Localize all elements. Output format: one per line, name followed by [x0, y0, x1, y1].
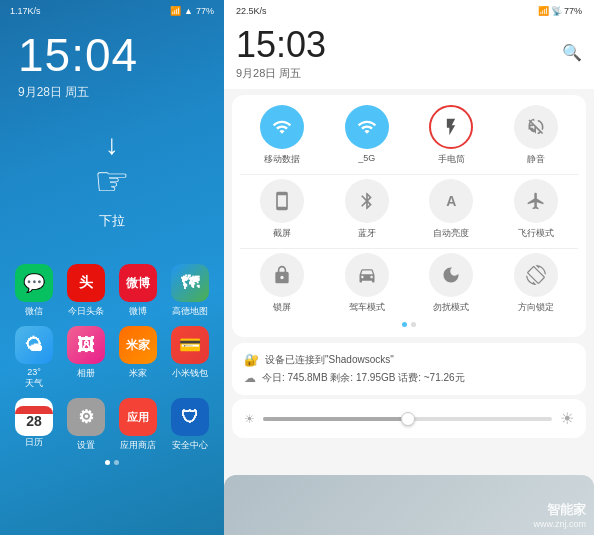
ctrl-auto-brightness[interactable]: A 自动亮度	[417, 179, 485, 240]
right-status-bar: 22.5K/s 📶 📡 77%	[224, 0, 594, 20]
ctrl-dnd[interactable]: 勿扰模式	[417, 253, 485, 314]
search-icon[interactable]: 🔍	[562, 43, 582, 62]
pull-down-label: 下拉	[99, 212, 125, 230]
brightness-low-icon: ☀	[244, 412, 255, 426]
app-weibo[interactable]: 微博 微博	[115, 264, 161, 318]
left-status-right: 📶 ▲ 77%	[170, 6, 214, 16]
status-icons: 📶 📡 77%	[538, 6, 582, 16]
wifi-5g-icon	[345, 105, 389, 149]
dot-indicator	[8, 460, 216, 465]
appstore-icon: 应用	[119, 398, 157, 436]
left-status-bar: 1.17K/s 📶 ▲ 77%	[0, 0, 224, 18]
dnd-icon	[429, 253, 473, 297]
app-gaode[interactable]: 🗺 高德地图	[167, 264, 213, 318]
ctrl-bluetooth[interactable]: 蓝牙	[333, 179, 401, 240]
ctrl-airplane[interactable]: 飞行模式	[502, 179, 570, 240]
calendar-label: 日历	[25, 436, 43, 449]
wallet-icon: 💳	[171, 326, 209, 364]
lockscreen-icon	[260, 253, 304, 297]
wechat-icon: 💬	[15, 264, 53, 302]
brightness-high-icon: ☀	[560, 409, 574, 428]
mobile-data-label: 移动数据	[264, 153, 300, 166]
watermark-url: www.znj.com	[533, 519, 586, 529]
security-label: 安全中心	[172, 439, 208, 452]
app-album[interactable]: 🖼 相册	[63, 326, 109, 390]
app-wechat[interactable]: 💬 微信	[11, 264, 57, 318]
brightness-slider[interactable]	[263, 417, 552, 421]
traffic-info-row: ☁ 今日: 745.8MB 剩余: 17.95GB 话费: ~71.26元	[244, 369, 574, 387]
hand-icon: ☞	[94, 158, 130, 204]
ctrl-rotation[interactable]: 方向锁定	[502, 253, 570, 314]
control-divider-2	[240, 248, 578, 249]
drive-mode-label: 驾车模式	[349, 301, 385, 314]
wallet-label: 小米钱包	[172, 367, 208, 380]
ctrl-drive-mode[interactable]: 驾车模式	[333, 253, 401, 314]
app-row-3: 28 日历 ⚙ 设置 应用 应用商店 🛡 安全中心	[8, 398, 216, 452]
arrow-down-icon: ↓	[105, 131, 119, 159]
left-date: 9月28日 周五	[0, 84, 224, 121]
wifi-status-icon: 📡	[551, 6, 562, 16]
brightness-section: ☀ ☀	[232, 399, 586, 438]
album-icon: 🖼	[67, 326, 105, 364]
security-icon: 🛡	[171, 398, 209, 436]
vpn-label: 设备已连接到"Shadowsocks"	[265, 353, 394, 367]
left-time: 15:04	[0, 18, 224, 84]
auto-brightness-icon: A	[429, 179, 473, 223]
ctrl-mobile-data[interactable]: 移动数据	[248, 105, 316, 166]
app-mijia[interactable]: 米家 米家	[115, 326, 161, 390]
app-appstore[interactable]: 应用 应用商店	[115, 398, 161, 452]
album-label: 相册	[77, 367, 95, 380]
left-apps: 💬 微信 头 今日头条 微博 微博 🗺 高德地图 🌤 23° 天气	[0, 264, 224, 465]
battery-right: 77%	[564, 6, 582, 16]
brand-name: 智能家	[533, 501, 586, 519]
ctrl-screenshot[interactable]: 截屏	[248, 179, 316, 240]
ctrl-5g[interactable]: _5G	[333, 105, 401, 166]
mijia-label: 米家	[129, 367, 147, 380]
lockscreen-label: 锁屏	[273, 301, 291, 314]
dot-2	[114, 460, 119, 465]
right-panel: 22.5K/s 📶 📡 77% 15:03 9月28日 周五 🔍 移动数据	[224, 0, 594, 535]
5g-label: _5G	[358, 153, 375, 163]
right-time-date-block: 15:03 9月28日 周五	[236, 24, 326, 81]
app-wallet[interactable]: 💳 小米钱包	[167, 326, 213, 390]
toutiao-icon: 头	[67, 264, 105, 302]
right-time-row: 15:03 9月28日 周五 🔍	[224, 20, 594, 89]
screenshot-icon	[260, 179, 304, 223]
weibo-icon: 微博	[119, 264, 157, 302]
ctrl-dot-2	[411, 322, 416, 327]
signal-icon: 📶	[170, 6, 181, 16]
dot-1	[105, 460, 110, 465]
silent-icon	[514, 105, 558, 149]
settings-icon: ⚙	[67, 398, 105, 436]
weather-icon: 🌤	[15, 326, 53, 364]
wechat-label: 微信	[25, 305, 43, 318]
app-settings[interactable]: ⚙ 设置	[63, 398, 109, 452]
bottom-preview: 智能家 www.znj.com	[224, 475, 594, 535]
app-security[interactable]: 🛡 安全中心	[167, 398, 213, 452]
info-section: 🔐 设备已连接到"Shadowsocks" ☁ 今日: 745.8MB 剩余: …	[232, 343, 586, 395]
app-toutiao[interactable]: 头 今日头条	[63, 264, 109, 318]
app-row-1: 💬 微信 头 今日头条 微博 微博 🗺 高德地图	[8, 264, 216, 318]
left-speed: 1.17K/s	[10, 6, 41, 16]
ctrl-lockscreen[interactable]: 锁屏	[248, 253, 316, 314]
vpn-info-row: 🔐 设备已连接到"Shadowsocks"	[244, 351, 574, 369]
watermark: 智能家 www.znj.com	[533, 501, 586, 529]
silent-label: 静音	[527, 153, 545, 166]
right-date: 9月28日 周五	[236, 66, 326, 81]
traffic-label: 今日: 745.8MB 剩余: 17.95GB 话费: ~71.26元	[262, 371, 465, 385]
airplane-label: 飞行模式	[518, 227, 554, 240]
settings-label: 设置	[77, 439, 95, 452]
app-calendar[interactable]: 28 日历	[11, 398, 57, 452]
swipe-down-area[interactable]: ↓ ☞ 下拉	[0, 131, 224, 230]
battery-text: 77%	[196, 6, 214, 16]
right-time: 15:03	[236, 24, 326, 66]
brightness-thumb	[401, 412, 415, 426]
bluetooth-label: 蓝牙	[358, 227, 376, 240]
ctrl-flashlight[interactable]: 手电筒	[417, 105, 485, 166]
weibo-label: 微博	[129, 305, 147, 318]
drive-mode-icon	[345, 253, 389, 297]
app-weather[interactable]: 🌤 23° 天气	[11, 326, 57, 390]
left-panel: 1.17K/s 📶 ▲ 77% 15:04 9月28日 周五 ↓ ☞ 下拉 💬 …	[0, 0, 224, 535]
ctrl-silent[interactable]: 静音	[502, 105, 570, 166]
control-row-3: 锁屏 驾车模式 勿扰模式 方向锁定	[240, 253, 578, 314]
